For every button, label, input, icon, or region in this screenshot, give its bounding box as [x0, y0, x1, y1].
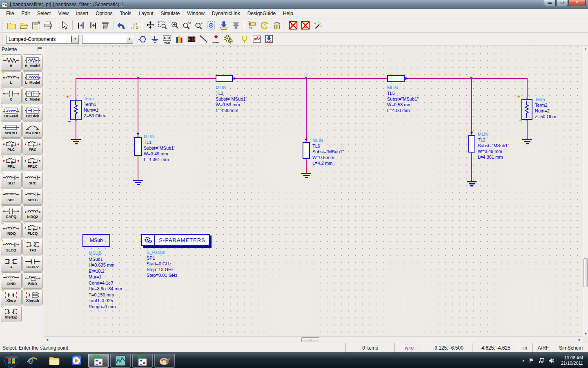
- palette-item-indq[interactable]: INDQ: [1, 222, 22, 238]
- wire-tl6-gnd[interactable]: [306, 159, 307, 173]
- mirror-button[interactable]: [271, 20, 283, 31]
- palette-item-rind[interactable]: RIND: [22, 272, 43, 289]
- horizontal-scroll-thumb[interactable]: |||: [301, 337, 319, 342]
- palette-item-srl[interactable]: SRL: [1, 188, 22, 205]
- palette-item-plcq[interactable]: PLCQ: [22, 222, 43, 238]
- wire-term2-top[interactable]: [527, 78, 528, 99]
- menu-select[interactable]: Select: [33, 9, 54, 18]
- measurement-button[interactable]: R=17: [185, 34, 198, 45]
- scroll-right-arrow[interactable]: ▶: [577, 337, 583, 343]
- menu-dynamiclink[interactable]: DynamicLink: [208, 9, 244, 18]
- new-design-button[interactable]: [5, 20, 18, 31]
- scroll-down-arrow[interactable]: ▼: [583, 331, 588, 337]
- wire-term1-top[interactable]: [76, 78, 76, 100]
- palette-item-capq[interactable]: CAPQ: [1, 205, 22, 222]
- palette-item-plc[interactable]: PLC: [1, 138, 22, 155]
- chevron-down-icon[interactable]: ▼: [126, 35, 133, 43]
- palette-item-capp2[interactable]: CAPP2: [22, 256, 43, 272]
- menu-edit[interactable]: Edit: [18, 9, 33, 18]
- component-labels-term2[interactable]: Term Term2 Num=2 Z=50 Ohm: [535, 96, 556, 119]
- component-history-combo[interactable]: ▼: [82, 35, 133, 44]
- display-setup-button[interactable]: [173, 34, 185, 45]
- wire-tl1-top[interactable]: [138, 78, 138, 137]
- component-labels-tl6[interactable]: MLIN TL6 Subst="MSub1" W=0.5 mm L=4.2 mm: [312, 137, 344, 166]
- insert-ground-button[interactable]: [149, 34, 161, 45]
- component-term1[interactable]: [70, 100, 82, 120]
- delete-button[interactable]: [99, 20, 111, 31]
- restore-button[interactable]: ❐: [556, 0, 568, 6]
- palette-item-tf[interactable]: TF: [1, 256, 22, 272]
- show-hidden-icons[interactable]: ▲: [522, 359, 525, 362]
- wire-junction[interactable]: [470, 77, 472, 79]
- wire-junction[interactable]: [305, 77, 307, 79]
- menu-layout[interactable]: Layout: [135, 9, 157, 18]
- insert-component-alt-button[interactable]: [87, 20, 99, 31]
- taskbar-windows-explorer[interactable]: [44, 354, 65, 368]
- taskbar-media-player[interactable]: [66, 354, 87, 368]
- component-labels-tl3[interactable]: MLIN TL3 Subst="MSub1" W=0.53 mm L=4.00 …: [216, 85, 247, 113]
- wire-label-button[interactable]: [246, 20, 258, 31]
- wire-junction[interactable]: [137, 77, 139, 79]
- wire-tl1-gnd[interactable]: [138, 155, 138, 180]
- action-center-flag-icon[interactable]: [528, 357, 535, 364]
- wire-tl2-top[interactable]: [471, 78, 472, 136]
- menu-view[interactable]: View: [54, 9, 72, 18]
- palette-item-indq2[interactable]: InDQ2: [22, 205, 43, 222]
- toolbar-grip[interactable]: [2, 20, 4, 31]
- save-design-button[interactable]: [30, 20, 42, 31]
- palette-item-prl[interactable]: PRL: [1, 155, 22, 171]
- taskbar-internet-explorer[interactable]: e: [22, 354, 42, 368]
- component-tl5[interactable]: [387, 75, 405, 82]
- print-button[interactable]: [42, 20, 54, 31]
- component-labels-term1[interactable]: Term Term1 Num=1 Z=50 Ohm: [84, 96, 105, 119]
- menu-options[interactable]: Options: [92, 9, 116, 18]
- insert-wire-button[interactable]: [198, 34, 210, 45]
- palette-item-short[interactable]: SHORT: [1, 121, 22, 138]
- wire-term1-gnd[interactable]: [76, 121, 76, 139]
- palette-item-dcblock[interactable]: DCBlck: [22, 105, 43, 121]
- menu-simulate[interactable]: Simulate: [157, 9, 184, 18]
- palette-select-combo[interactable]: Lumped-Components ▼: [6, 35, 79, 44]
- palette-item-r[interactable]: R: [1, 54, 22, 71]
- scroll-up-arrow[interactable]: ▲: [583, 46, 588, 51]
- palette-item-c-model[interactable]: C_Model: [22, 88, 43, 104]
- volume-icon[interactable]: [548, 357, 555, 364]
- undo-button[interactable]: [116, 20, 128, 31]
- component-tl1[interactable]: [134, 137, 142, 156]
- menu-window[interactable]: Window: [183, 9, 208, 18]
- vertical-scroll-thumb[interactable]: [584, 258, 588, 287]
- vertical-scrollbar[interactable]: ▲ ▼: [583, 46, 588, 337]
- palette-item-srlc[interactable]: SRLC: [22, 188, 43, 205]
- ground-symbol[interactable]: [467, 181, 477, 187]
- select-pointer-button[interactable]: [58, 20, 71, 31]
- smart-simulation-wizard-button[interactable]: [312, 20, 324, 31]
- close-button[interactable]: ✕: [568, 0, 586, 6]
- component-tl3[interactable]: [216, 75, 233, 82]
- zoom-fit-button[interactable]: [205, 20, 218, 31]
- component-tl6[interactable]: [303, 142, 310, 159]
- component-labels-tl2[interactable]: MLIN TL2 Subst="MSub1" W=0.49 mm L=4.361…: [478, 131, 509, 160]
- zoom-in-button[interactable]: [169, 20, 181, 31]
- network-icon[interactable]: [538, 357, 545, 364]
- menu-insert[interactable]: Insert: [72, 9, 92, 18]
- palette-item-l-model[interactable]: L_Model: [22, 71, 43, 88]
- open-design-button[interactable]: [18, 20, 30, 31]
- ground-symbol[interactable]: [133, 180, 143, 186]
- push-into-hierarchy-button[interactable]: [218, 20, 230, 31]
- palette-item-slc[interactable]: SLC: [1, 172, 22, 188]
- reroute-wire-button[interactable]: [128, 20, 140, 31]
- wire-tl2-gnd[interactable]: [471, 152, 472, 181]
- menu-designguide[interactable]: DesignGuide: [244, 9, 279, 18]
- palette-item-mutind[interactable]: MUTIND: [22, 121, 43, 138]
- palette-item-src[interactable]: SRC: [22, 172, 43, 188]
- palette-item-r-model[interactable]: R_Model: [22, 54, 43, 71]
- palette-dock-icon[interactable]: [38, 47, 42, 51]
- menu-file[interactable]: File: [2, 9, 18, 18]
- toolbar-grip[interactable]: [2, 34, 4, 45]
- component-labels-tl1[interactable]: MLIN TL1 Subst="MSub1" W=0.49 mm L=4.361…: [144, 134, 175, 162]
- component-labels-sparams[interactable]: S_Param SP1 Start=0 GHz Stop=13 GHz Step…: [147, 249, 178, 278]
- move-button[interactable]: [144, 20, 156, 31]
- zoom-area-button[interactable]: [156, 20, 169, 31]
- palette-item-prlc[interactable]: PRLC: [22, 155, 43, 171]
- component-msub-box[interactable]: MSub: [82, 234, 110, 247]
